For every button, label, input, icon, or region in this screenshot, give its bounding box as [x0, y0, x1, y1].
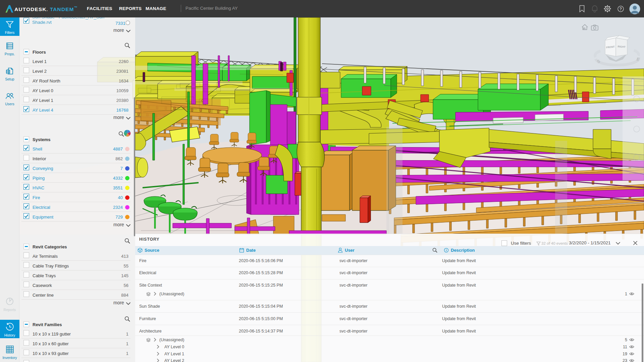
svg-text:?: ? [620, 7, 622, 11]
svg-text:RIGHT: RIGHT [618, 45, 626, 49]
